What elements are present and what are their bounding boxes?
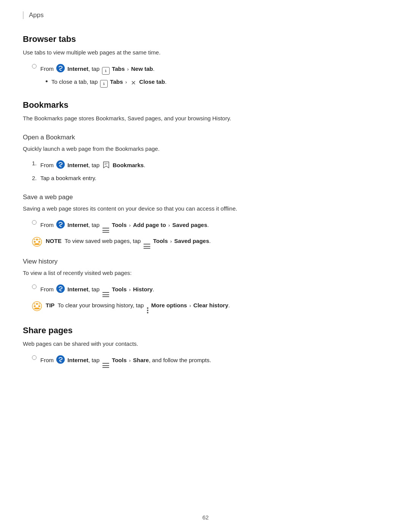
dot-bullet-icon bbox=[46, 80, 48, 82]
internet-icon-5 bbox=[56, 284, 65, 293]
menu-icon bbox=[102, 228, 109, 233]
bookmarks-icon bbox=[102, 161, 110, 169]
svg-point-24 bbox=[34, 308, 35, 309]
svg-point-1 bbox=[56, 160, 65, 169]
svg-point-6 bbox=[34, 241, 36, 243]
svg-point-3 bbox=[56, 220, 65, 228]
svg-point-13 bbox=[39, 244, 40, 245]
circle-bullet-icon-2 bbox=[32, 220, 37, 225]
circle-bullet-icon-4 bbox=[32, 355, 37, 360]
step-2-text: Tap a bookmark entry. bbox=[40, 174, 96, 183]
close-tab-label: Close tab bbox=[139, 78, 165, 85]
menu-icon-3 bbox=[102, 292, 109, 297]
svg-point-22 bbox=[34, 304, 35, 305]
history-step-text: From Internet, tap Tools › History. bbox=[40, 283, 154, 296]
svg-point-0 bbox=[56, 64, 65, 72]
section-bookmarks: Bookmarks The Bookmarks page stores Book… bbox=[23, 100, 388, 312]
tabs-icon-2: 1 bbox=[100, 80, 108, 88]
menu-icon-2 bbox=[143, 244, 150, 249]
sub-step-text: To close a tab, tap 1 Tabs › ✕ Close tab… bbox=[51, 77, 167, 86]
save-webpage-note: NOTE To view saved web pages, tap Tools … bbox=[32, 236, 388, 247]
svg-point-5 bbox=[36, 239, 38, 241]
svg-point-12 bbox=[34, 244, 35, 245]
note-icon bbox=[32, 237, 42, 247]
more-options-label: More options bbox=[151, 302, 187, 308]
internet-label-3: Internet bbox=[67, 162, 88, 168]
internet-icon-6 bbox=[56, 355, 65, 364]
step-text: From Internet, tap 1 Tabs › New tab. bbox=[40, 62, 155, 73]
internet-icon bbox=[56, 64, 65, 72]
chevron-icon-2: › bbox=[125, 79, 127, 85]
share-pages-step-1: From Internet, tap Tools › Share, and fo… bbox=[32, 354, 388, 366]
tip-icon bbox=[32, 301, 42, 311]
svg-point-15 bbox=[56, 284, 65, 293]
browser-tabs-substep-1: To close a tab, tap 1 Tabs › ✕ Close tab… bbox=[46, 77, 388, 86]
svg-point-26 bbox=[36, 308, 38, 310]
chevron-icon-8: › bbox=[129, 358, 131, 363]
note-text: NOTE To view saved web pages, tap Tools … bbox=[46, 236, 211, 247]
browser-tabs-heading: Browser tabs bbox=[23, 34, 388, 44]
bookmarks-heading: Bookmarks bbox=[23, 100, 388, 110]
chevron-icon-6: › bbox=[129, 287, 131, 292]
browser-tabs-step-1: From Internet, tap 1 Tabs › New tab. bbox=[32, 62, 388, 73]
tools-label-2: Tools bbox=[153, 238, 168, 244]
subsection-save-webpage: Save a web page Saving a web page stores… bbox=[23, 193, 388, 247]
svg-point-27 bbox=[56, 355, 65, 364]
svg-point-14 bbox=[36, 243, 38, 245]
page-number: 62 bbox=[202, 514, 209, 521]
internet-label-4: Internet bbox=[67, 222, 88, 228]
view-history-heading: View history bbox=[23, 258, 388, 265]
open-bookmark-step-2: 2. Tap a bookmark entry. bbox=[32, 174, 388, 183]
history-label: History bbox=[133, 286, 153, 292]
bookmarks-description: The Bookmarks page stores Bookmarks, Sav… bbox=[23, 114, 388, 123]
section-browser-tabs: Browser tabs Use tabs to view multiple w… bbox=[23, 34, 388, 86]
open-bookmark-step-1: 1. From Internet, tap bbox=[32, 159, 388, 170]
browser-tabs-description: Use tabs to view multiple web pages at t… bbox=[23, 48, 388, 57]
view-history-tip: TIP To clear your browsing history, tap … bbox=[32, 301, 388, 312]
breadcrumb-text: Apps bbox=[29, 11, 44, 19]
share-step-text: From Internet, tap Tools › Share, and fo… bbox=[40, 354, 211, 366]
chevron-icon-3: › bbox=[129, 222, 131, 228]
chevron-icon-7: › bbox=[190, 303, 191, 308]
tip-label: TIP bbox=[46, 302, 54, 308]
save-webpage-heading: Save a web page bbox=[23, 193, 388, 201]
circle-bullet-icon bbox=[32, 64, 37, 69]
tools-label: Tools bbox=[112, 222, 127, 228]
saved-pages-label-2: Saved pages bbox=[174, 238, 209, 244]
menu-icon-4 bbox=[102, 363, 109, 368]
internet-label: Internet bbox=[67, 66, 88, 72]
svg-point-10 bbox=[34, 239, 35, 240]
share-label: Share bbox=[133, 357, 149, 363]
saved-pages-label: Saved pages bbox=[172, 222, 207, 228]
tools-label-4: Tools bbox=[112, 357, 127, 363]
chevron-icon-4: › bbox=[168, 222, 170, 228]
svg-point-7 bbox=[38, 241, 40, 243]
save-webpage-description: Saving a web page stores its content on … bbox=[23, 204, 388, 213]
new-tab-label: New tab bbox=[131, 66, 153, 72]
save-webpage-step-1: From Internet, tap Tools › Add page to bbox=[32, 219, 388, 231]
subsection-open-bookmark: Open a Bookmark Quickly launch a web pag… bbox=[23, 134, 388, 183]
svg-marker-2 bbox=[104, 162, 109, 168]
svg-point-17 bbox=[36, 303, 38, 305]
bookmarks-label: Bookmarks bbox=[113, 162, 144, 168]
tools-label-3: Tools bbox=[112, 286, 127, 292]
subsection-view-history: View history To view a list of recently … bbox=[23, 258, 388, 312]
svg-point-25 bbox=[39, 308, 40, 309]
chevron-icon-5: › bbox=[170, 238, 172, 244]
svg-point-23 bbox=[39, 304, 40, 305]
save-step-text: From Internet, tap Tools › Add page to bbox=[40, 219, 209, 231]
tip-text: TIP To clear your browsing history, tap … bbox=[46, 301, 230, 312]
breadcrumb: Apps bbox=[23, 11, 388, 19]
step-number-1: 1. bbox=[32, 159, 40, 168]
clear-history-label: Clear history bbox=[193, 302, 228, 308]
section-share-pages: Share pages Web pages can be shared with… bbox=[23, 326, 388, 366]
internet-icon-4 bbox=[56, 220, 65, 228]
view-history-description: To view a list of recently visited web p… bbox=[23, 268, 388, 278]
circle-bullet-icon-3 bbox=[32, 284, 37, 289]
tabs-icon: 1 bbox=[102, 67, 110, 75]
step-number-2: 2. bbox=[32, 174, 40, 183]
step-1-text: From Internet, tap bbox=[40, 159, 145, 170]
share-pages-heading: Share pages bbox=[23, 326, 388, 335]
chevron-icon: › bbox=[127, 66, 129, 72]
internet-label-6: Internet bbox=[67, 357, 88, 363]
